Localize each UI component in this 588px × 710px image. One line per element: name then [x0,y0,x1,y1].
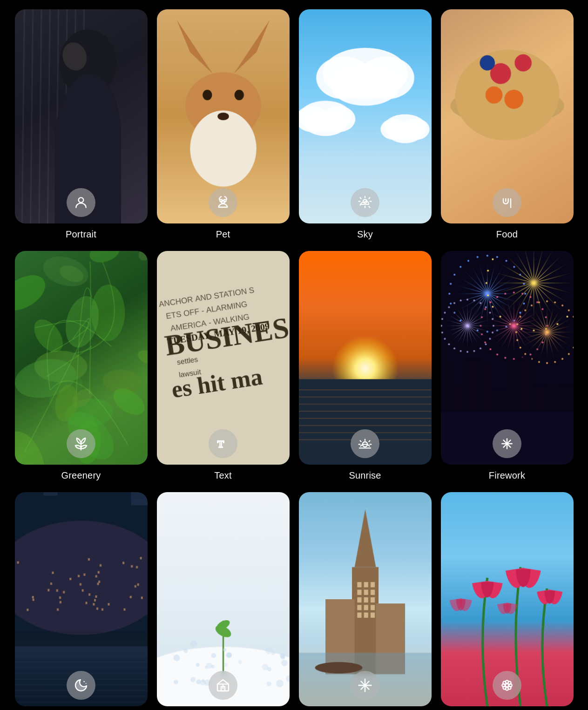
card-firework-label: Firework [489,470,525,481]
card-architecture-icon-wrap [209,671,237,700]
svg-point-36 [503,686,506,690]
card-firework[interactable]: Firework [441,251,574,481]
card-portrait-label: Portrait [66,229,96,240]
card-sky[interactable]: Sky [299,9,432,240]
card-sky-icon-wrap [351,188,379,217]
svg-text:T: T [217,439,224,450]
card-night-icon [74,678,88,693]
card-sunrise-image [299,251,432,465]
card-pet-icon [216,195,230,210]
card-sky-label: Sky [357,229,373,240]
card-pet-label: Pet [216,229,230,240]
card-firework-image [441,251,574,465]
card-pet[interactable]: Pet [157,9,290,240]
card-sunrise-icon-wrap [351,429,379,458]
card-architecture[interactable]: Architecture [157,492,290,710]
card-portrait[interactable]: Portrait [15,9,148,240]
card-greenery-icon-wrap [67,429,95,458]
card-snow-icon [358,678,372,693]
card-portrait-image [15,9,148,223]
card-firework-icon [500,436,514,451]
card-sky-image [299,9,432,223]
card-food-icon-wrap [493,188,521,217]
svg-point-27 [364,684,366,686]
card-food[interactable]: Food [441,9,574,240]
card-flower-image [441,492,574,706]
card-greenery-image [15,251,148,465]
card-pet-image [157,9,290,223]
card-text[interactable]: TText [157,251,290,481]
svg-point-34 [508,686,511,690]
card-snow[interactable]: Snow [299,492,432,710]
card-food-image [441,9,574,223]
svg-point-18 [83,681,85,683]
card-portrait-icon [74,195,88,210]
card-flower-icon-wrap [493,671,521,700]
card-portrait-icon-wrap [67,188,95,217]
card-sunrise-label: Sunrise [349,470,381,481]
card-flower[interactable]: Flower [441,492,574,710]
card-food-icon [500,195,514,210]
card-greenery-label: Greenery [61,470,101,481]
card-snow-icon-wrap [351,671,379,700]
svg-point-33 [503,681,506,684]
card-architecture-image [157,492,290,706]
svg-point-3 [221,201,225,203]
card-flower-icon [500,678,514,693]
card-sky-icon [358,195,372,210]
card-text-icon-wrap: T [209,429,237,458]
card-sunrise-icon [358,436,372,451]
card-text-image: T [157,251,290,465]
card-night-image [15,492,148,706]
card-text-icon: T [216,436,230,451]
card-greenery-icon [74,436,88,451]
svg-point-19 [86,683,87,684]
card-architecture-icon [216,678,230,693]
card-snow-image [299,492,432,706]
card-night-icon-wrap [67,671,95,700]
card-sunrise[interactable]: Sunrise [299,251,432,481]
svg-point-0 [79,197,84,203]
card-greenery[interactable]: Greenery [15,251,148,481]
card-text-label: Text [214,470,231,481]
card-food-label: Food [496,229,518,240]
card-pet-icon-wrap [209,188,237,217]
card-night[interactable]: Night [15,492,148,710]
photo-category-grid: PortraitPetSkyFoodGreeneryTTextSunriseFi… [15,9,574,710]
svg-point-35 [508,681,511,684]
card-firework-icon-wrap [493,429,521,458]
